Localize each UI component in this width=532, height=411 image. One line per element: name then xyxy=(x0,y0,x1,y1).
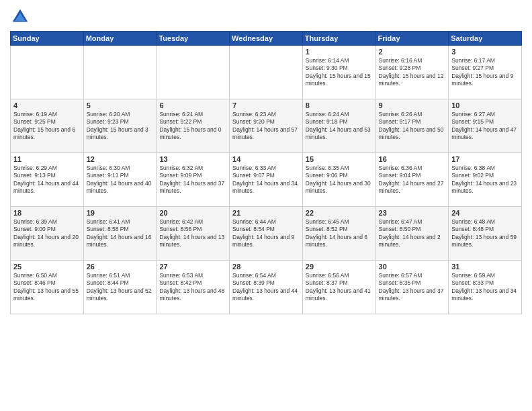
day-info: Sunrise: 6:33 AM Sunset: 9:07 PM Dayligh… xyxy=(232,165,300,195)
day-info: Sunrise: 6:29 AM Sunset: 9:13 PM Dayligh… xyxy=(13,165,81,195)
day-cell: 11Sunrise: 6:29 AM Sunset: 9:13 PM Dayli… xyxy=(11,153,84,207)
day-cell: 28Sunrise: 6:54 AM Sunset: 8:39 PM Dayli… xyxy=(230,261,303,314)
day-info: Sunrise: 6:59 AM Sunset: 8:33 PM Dayligh… xyxy=(451,272,519,303)
logo xyxy=(10,7,33,27)
day-cell xyxy=(83,46,157,99)
day-info: Sunrise: 6:30 AM Sunset: 9:11 PM Dayligh… xyxy=(87,165,154,195)
day-number: 21 xyxy=(232,209,300,217)
day-number: 16 xyxy=(379,155,446,163)
day-cell: 23Sunrise: 6:47 AM Sunset: 8:50 PM Dayli… xyxy=(375,207,449,261)
day-number: 18 xyxy=(13,209,81,217)
day-info: Sunrise: 6:38 AM Sunset: 9:02 PM Dayligh… xyxy=(451,165,519,195)
day-info: Sunrise: 6:16 AM Sunset: 9:28 PM Dayligh… xyxy=(379,57,446,88)
day-info: Sunrise: 6:54 AM Sunset: 8:39 PM Dayligh… xyxy=(232,272,300,303)
calendar-table: SundayMondayTuesdayWednesdayThursdayFrid… xyxy=(10,31,522,314)
day-info: Sunrise: 6:35 AM Sunset: 9:06 PM Dayligh… xyxy=(306,165,373,195)
day-number: 26 xyxy=(87,263,154,271)
day-number: 27 xyxy=(159,263,226,271)
day-number: 22 xyxy=(306,209,373,217)
day-info: Sunrise: 6:48 AM Sunset: 8:48 PM Dayligh… xyxy=(451,218,519,249)
day-number: 11 xyxy=(13,155,81,163)
day-cell: 20Sunrise: 6:42 AM Sunset: 8:56 PM Dayli… xyxy=(157,207,230,261)
day-info: Sunrise: 6:32 AM Sunset: 9:09 PM Dayligh… xyxy=(159,165,226,195)
day-number: 7 xyxy=(232,101,300,109)
logo-icon xyxy=(10,7,30,27)
day-number: 10 xyxy=(451,101,519,109)
day-cell: 26Sunrise: 6:51 AM Sunset: 8:44 PM Dayli… xyxy=(83,261,157,314)
day-cell: 10Sunrise: 6:27 AM Sunset: 9:15 PM Dayli… xyxy=(449,99,522,153)
day-number: 2 xyxy=(379,48,446,56)
day-cell: 6Sunrise: 6:21 AM Sunset: 9:22 PM Daylig… xyxy=(157,99,230,153)
day-number: 4 xyxy=(13,101,81,109)
day-info: Sunrise: 6:36 AM Sunset: 9:04 PM Dayligh… xyxy=(379,165,446,195)
day-number: 29 xyxy=(306,263,373,271)
day-info: Sunrise: 6:19 AM Sunset: 9:25 PM Dayligh… xyxy=(13,111,81,142)
week-row-1: 1Sunrise: 6:14 AM Sunset: 9:30 PM Daylig… xyxy=(11,46,522,99)
day-info: Sunrise: 6:53 AM Sunset: 8:42 PM Dayligh… xyxy=(159,272,226,303)
day-cell: 3Sunrise: 6:17 AM Sunset: 9:27 PM Daylig… xyxy=(449,46,522,99)
day-number: 28 xyxy=(232,263,300,271)
day-number: 5 xyxy=(87,101,154,109)
day-number: 12 xyxy=(87,155,154,163)
day-info: Sunrise: 6:47 AM Sunset: 8:50 PM Dayligh… xyxy=(379,218,446,249)
day-info: Sunrise: 6:14 AM Sunset: 9:30 PM Dayligh… xyxy=(306,57,373,88)
day-cell: 8Sunrise: 6:24 AM Sunset: 9:18 PM Daylig… xyxy=(302,99,375,153)
day-number: 31 xyxy=(451,263,519,271)
day-number: 9 xyxy=(379,101,446,109)
day-info: Sunrise: 6:21 AM Sunset: 9:22 PM Dayligh… xyxy=(159,111,226,142)
week-row-4: 18Sunrise: 6:39 AM Sunset: 9:00 PM Dayli… xyxy=(11,207,522,261)
day-cell: 1Sunrise: 6:14 AM Sunset: 9:30 PM Daylig… xyxy=(302,46,375,99)
day-cell: 17Sunrise: 6:38 AM Sunset: 9:02 PM Dayli… xyxy=(449,153,522,207)
day-cell: 14Sunrise: 6:33 AM Sunset: 9:07 PM Dayli… xyxy=(230,153,303,207)
day-cell: 30Sunrise: 6:57 AM Sunset: 8:35 PM Dayli… xyxy=(375,261,449,314)
day-info: Sunrise: 6:20 AM Sunset: 9:23 PM Dayligh… xyxy=(87,111,154,142)
day-info: Sunrise: 6:41 AM Sunset: 8:58 PM Dayligh… xyxy=(87,218,154,249)
day-cell: 4Sunrise: 6:19 AM Sunset: 9:25 PM Daylig… xyxy=(11,99,84,153)
day-info: Sunrise: 6:51 AM Sunset: 8:44 PM Dayligh… xyxy=(87,272,154,303)
day-info: Sunrise: 6:27 AM Sunset: 9:15 PM Dayligh… xyxy=(451,111,519,142)
day-cell: 7Sunrise: 6:23 AM Sunset: 9:20 PM Daylig… xyxy=(230,99,303,153)
day-info: Sunrise: 6:42 AM Sunset: 8:56 PM Dayligh… xyxy=(159,218,226,249)
day-cell: 25Sunrise: 6:50 AM Sunset: 8:46 PM Dayli… xyxy=(11,261,84,314)
day-info: Sunrise: 6:57 AM Sunset: 8:35 PM Dayligh… xyxy=(379,272,446,303)
header xyxy=(10,7,522,27)
day-info: Sunrise: 6:44 AM Sunset: 8:54 PM Dayligh… xyxy=(232,218,300,249)
day-cell xyxy=(11,46,84,99)
day-number: 20 xyxy=(159,209,226,217)
day-info: Sunrise: 6:56 AM Sunset: 8:37 PM Dayligh… xyxy=(306,272,373,303)
col-header-friday: Friday xyxy=(375,32,449,46)
day-cell: 19Sunrise: 6:41 AM Sunset: 8:58 PM Dayli… xyxy=(83,207,157,261)
day-cell: 31Sunrise: 6:59 AM Sunset: 8:33 PM Dayli… xyxy=(449,261,522,314)
day-number: 14 xyxy=(232,155,300,163)
day-info: Sunrise: 6:45 AM Sunset: 8:52 PM Dayligh… xyxy=(306,218,373,249)
day-cell: 21Sunrise: 6:44 AM Sunset: 8:54 PM Dayli… xyxy=(230,207,303,261)
day-cell: 9Sunrise: 6:26 AM Sunset: 9:17 PM Daylig… xyxy=(375,99,449,153)
day-number: 19 xyxy=(87,209,154,217)
week-row-2: 4Sunrise: 6:19 AM Sunset: 9:25 PM Daylig… xyxy=(11,99,522,153)
day-cell xyxy=(230,46,303,99)
day-cell: 16Sunrise: 6:36 AM Sunset: 9:04 PM Dayli… xyxy=(375,153,449,207)
col-header-sunday: Sunday xyxy=(11,32,84,46)
day-number: 24 xyxy=(451,209,519,217)
day-info: Sunrise: 6:17 AM Sunset: 9:27 PM Dayligh… xyxy=(451,57,519,88)
week-row-3: 11Sunrise: 6:29 AM Sunset: 9:13 PM Dayli… xyxy=(11,153,522,207)
day-cell: 12Sunrise: 6:30 AM Sunset: 9:11 PM Dayli… xyxy=(83,153,157,207)
day-number: 13 xyxy=(159,155,226,163)
day-cell: 22Sunrise: 6:45 AM Sunset: 8:52 PM Dayli… xyxy=(302,207,375,261)
col-header-wednesday: Wednesday xyxy=(230,32,303,46)
day-cell: 18Sunrise: 6:39 AM Sunset: 9:00 PM Dayli… xyxy=(11,207,84,261)
day-number: 3 xyxy=(451,48,519,56)
day-number: 23 xyxy=(379,209,446,217)
day-info: Sunrise: 6:39 AM Sunset: 9:00 PM Dayligh… xyxy=(13,218,81,249)
day-cell: 29Sunrise: 6:56 AM Sunset: 8:37 PM Dayli… xyxy=(302,261,375,314)
day-cell: 15Sunrise: 6:35 AM Sunset: 9:06 PM Dayli… xyxy=(302,153,375,207)
day-number: 15 xyxy=(306,155,373,163)
day-cell: 24Sunrise: 6:48 AM Sunset: 8:48 PM Dayli… xyxy=(449,207,522,261)
day-info: Sunrise: 6:24 AM Sunset: 9:18 PM Dayligh… xyxy=(306,111,373,142)
col-header-thursday: Thursday xyxy=(302,32,375,46)
day-cell: 2Sunrise: 6:16 AM Sunset: 9:28 PM Daylig… xyxy=(375,46,449,99)
day-number: 1 xyxy=(306,48,373,56)
day-cell: 27Sunrise: 6:53 AM Sunset: 8:42 PM Dayli… xyxy=(157,261,230,314)
day-number: 30 xyxy=(379,263,446,271)
day-cell: 5Sunrise: 6:20 AM Sunset: 9:23 PM Daylig… xyxy=(83,99,157,153)
